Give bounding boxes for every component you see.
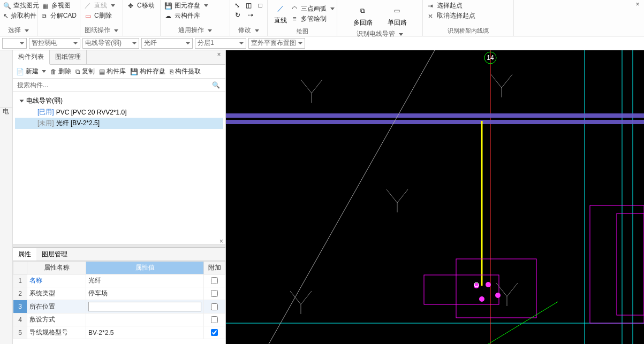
prop-row[interactable]: 1 名称 光纤 [13,274,225,287]
component-toolbar: 📄新建 🗑删除 ⧉复制 ▤构件库 💾构件存盘 ⎘构件提取 [13,65,225,79]
left-dock-strip: × 电 [0,50,13,344]
three-point-arc-tool[interactable]: ◠三点画弧 [290,4,335,13]
multiloop-icon: ⧉ [357,4,369,17]
tab-layer-mgmt[interactable]: 图层管理 [36,248,73,261]
copy-icon: ⧉ [75,68,80,75]
prop-extra-check[interactable] [211,303,218,310]
prop-extra-check[interactable] [211,316,218,323]
prop-value-cell[interactable] [86,314,204,326]
left-strip-tab[interactable]: 电 [0,98,12,108]
select-start-tool[interactable]: ⇥选择起点 [426,1,510,10]
lib-icon: ▤ [99,68,105,75]
arc-icon: ◠ [290,4,299,13]
delete-button[interactable]: 🗑删除 [50,67,71,76]
prop-value-cell[interactable]: 光纤 [86,274,204,287]
tab-component-list[interactable]: 构件列表 [13,50,50,65]
prop-row[interactable]: 2 系统类型 停车场 [13,287,225,300]
cancel-start-icon: ⤫ [426,12,435,20]
prop-value-cell[interactable]: 停车场 [86,287,204,300]
pick-component-tool[interactable]: ↖拾取构件 [3,11,34,20]
prop-row[interactable]: 3 所在位置 [13,300,225,314]
prop-value-cell[interactable]: BV-2*2.5 [86,326,204,339]
property-grid[interactable]: 属性名称 属性值 附加 1 名称 光纤 2 [13,261,225,344]
property-tabs: 属性 图层管理 [13,248,225,261]
start-icon: ⇥ [426,2,435,10]
svg-line-9 [269,50,435,344]
new-button[interactable]: 📄新建 [16,67,46,76]
lib-button[interactable]: ▤构件库 [99,67,126,76]
copy-button[interactable]: ⧉复制 [75,67,95,76]
line-big-icon: ／ [274,2,287,15]
modify-icon-2[interactable]: ◫ [245,1,253,10]
tree-item[interactable]: [未用] 光纤 [BV-2*2.5] [15,118,223,129]
decompose-icon: ⧉ [41,12,48,20]
svg-rect-7 [226,120,644,124]
element-save-tool[interactable]: 💾图元存盘 [164,1,226,10]
multi-view-tool[interactable]: ▦多视图 [41,1,77,10]
multiview-icon: ▦ [41,2,49,10]
modify-icon-3[interactable]: □ [256,1,264,10]
svg-point-18 [495,293,501,298]
splitter-close-icon[interactable]: × [219,238,223,245]
modify-icon-4[interactable]: ↻ [233,11,242,19]
filter-combo-category[interactable]: 智控弱电 [29,38,80,49]
prop-name-link[interactable]: 名称 [29,277,42,284]
col-value: 属性值 [86,262,204,274]
svg-rect-11 [456,259,536,318]
svg-point-16 [486,282,491,287]
line-tool-dim: ／直线 [84,1,119,10]
move-icon: ✥ [126,2,135,10]
search-icon: 🔍 [3,2,11,10]
extract-icon: ⎘ [170,68,173,75]
disk-icon: 💾 [130,68,138,75]
multi-loop-tool[interactable]: ⧉ 多回路 [350,3,376,28]
horizontal-splitter[interactable]: × [13,244,225,248]
svg-rect-10 [424,275,499,304]
tree-root-node[interactable]: 电线导管(弱) [15,95,223,106]
prop-extra-check[interactable] [211,329,218,336]
cad-canvas[interactable]: 14 [226,50,644,344]
prop-value-input[interactable] [88,302,201,311]
panel-close-icon[interactable]: × [215,50,223,59]
comp-save-button[interactable]: 💾构件存盘 [130,67,165,76]
prop-extra-check[interactable] [211,277,218,284]
expand-icon[interactable] [20,100,24,102]
filter-combo-layer[interactable]: 分层1 [195,38,246,49]
search-icon[interactable]: 🔍 [212,81,220,89]
filter-combo-type[interactable]: 电线导管(弱) [82,38,139,49]
extract-button[interactable]: ⎘构件提取 [170,67,201,76]
filter-combo-subtype[interactable]: 光纤 [141,38,193,49]
trash-icon: 🗑 [50,68,57,75]
ribbon-toolbar: 🔍查找图元 ↖拾取构件 选择 ▦多视图 ⧉分解CAD ／直线 ▭C删除 图纸操作… [0,0,644,36]
cloud-lib-tool[interactable]: ☁云构件库 [164,11,226,20]
col-name: 属性名称 [27,262,86,274]
prop-extra-check[interactable] [211,290,218,297]
pick-icon: ↖ [3,12,9,20]
tab-drawing-mgmt[interactable]: 图纸管理 [50,50,87,64]
modify-icon-1[interactable]: ⤡ [233,1,241,10]
single-loop-tool[interactable]: ▭ 单回路 [384,3,410,28]
new-icon: 📄 [16,68,24,75]
modify-icon-5[interactable]: ⇢ [246,11,255,19]
tree-root-label: 电线导管(弱) [26,96,63,105]
line-big-tool[interactable]: ／ 直线 [271,1,290,26]
cloud-icon: ☁ [164,12,172,20]
component-tree[interactable]: 电线导管(弱) [已用] PVC [PVC 20 RVV2*1.0] [未用] … [13,92,225,244]
search-input[interactable] [16,80,222,90]
filter-combo-1[interactable] [2,38,27,49]
prop-row[interactable]: 4 敷设方式 [13,314,225,326]
filter-combo-plan[interactable]: 室外平面布置图 [248,38,305,49]
delete-icon: ▭ [84,12,92,20]
tab-properties[interactable]: 属性 [13,248,36,261]
prop-row[interactable]: 5 导线规格型号 BV-2*2.5 [13,326,225,339]
tree-item[interactable]: [已用] PVC [PVC 20 RVV2*1.0] [15,106,223,118]
cancel-select-start-tool[interactable]: ⤫取消选择起点 [426,11,510,20]
decompose-cad-tool[interactable]: ⧉分解CAD [41,11,77,20]
axis-marker-label: 14 [487,54,494,62]
find-element-tool[interactable]: 🔍查找图元 [3,1,34,10]
c-delete-tool[interactable]: ▭C删除 [84,11,119,20]
c-move-tool[interactable]: ✥C移动 [126,1,157,10]
dock-close-icon[interactable]: × [633,0,642,9]
multi-pipe-tool[interactable]: ≡多管绘制 [290,14,335,24]
multipipe-icon: ≡ [290,14,299,23]
